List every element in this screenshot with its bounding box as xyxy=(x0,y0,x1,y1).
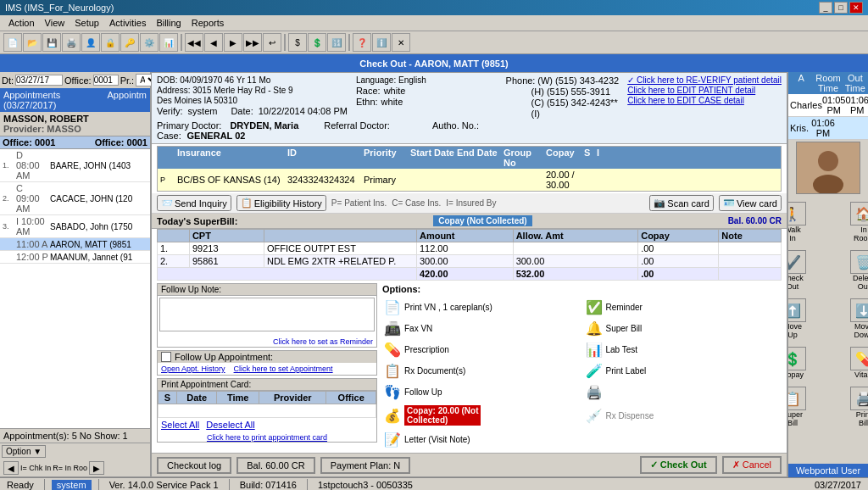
select-all-link[interactable]: Select All xyxy=(161,420,199,430)
appt-item-4[interactable]: 12:00 P MAANUM, Jannet (91 xyxy=(0,251,150,264)
dt-input[interactable] xyxy=(15,75,63,86)
room-header: A Room Time Out Time xyxy=(788,72,868,94)
cpt-row-1[interactable]: 2. 95861 NDL EMG 2XTR +RELATED P. 300.00… xyxy=(158,255,782,268)
send-inquiry-btn[interactable]: 📨 Send Inquiry xyxy=(157,195,231,211)
careplan-added-btn[interactable]: ✅ Reminder xyxy=(582,298,782,317)
tb-btn5[interactable]: 👤 xyxy=(81,33,100,52)
appt-item-3[interactable]: 11:00 A AARON, MATT (9851 xyxy=(0,238,150,251)
tb-btn9[interactable]: 📊 xyxy=(159,33,178,52)
reminder-link[interactable]: Click here to set as Reminder xyxy=(158,337,376,347)
tb-info[interactable]: ℹ️ xyxy=(372,33,391,52)
menu-reports[interactable]: Reports xyxy=(186,16,230,30)
tb-dollar[interactable]: $ xyxy=(288,33,307,52)
minimize-btn[interactable]: _ xyxy=(819,2,832,14)
print-vn-btn[interactable]: 📄 Print VN , 1 careplan(s) xyxy=(381,298,581,317)
menu-bar: Action View Setup Activities Billing Rep… xyxy=(0,15,868,31)
followup-checkbox[interactable] xyxy=(161,352,171,362)
tb-btn6[interactable]: 🔒 xyxy=(101,33,120,52)
menu-activities[interactable]: Activities xyxy=(104,16,151,30)
cpt-table: CPT Amount Allow. Amt Copay Note 1. 9921… xyxy=(157,229,782,281)
tb-nav5[interactable]: ↩ xyxy=(263,33,281,52)
open-btn[interactable]: 📂 xyxy=(23,33,42,52)
options-grid: 📄 Print VN , 1 careplan(s) ✅ Reminder 📠 … xyxy=(381,298,782,427)
walk-in-icon: 🚶 xyxy=(787,202,806,226)
nav-next[interactable]: ▶ xyxy=(89,461,104,475)
open-appt-history-link[interactable]: Open Appt. History xyxy=(161,365,225,373)
check-out-btn[interactable]: ✓ Check Out xyxy=(640,456,717,474)
follow-up-note-box: Follow Up Note: Click here to set as Rem… xyxy=(157,283,377,348)
edit-case-link[interactable]: Click here to EDIT CASE detail xyxy=(627,96,782,105)
move-down-btn[interactable]: ⬇️ MoveDown xyxy=(830,296,868,342)
left-bottom: Follow Up Note: Click here to set as Rem… xyxy=(157,283,377,450)
tb-nav2[interactable]: ◀ xyxy=(204,33,223,52)
view-card-btn[interactable]: 🪪 View card xyxy=(719,195,782,211)
in-room-btn[interactable]: 🏠 InRoom xyxy=(830,199,868,245)
balance-btn[interactable]: Bal. 60.00 CR xyxy=(236,457,314,474)
save-btn[interactable]: 💾 xyxy=(42,33,61,52)
move-up-btn[interactable]: ⬆️ MoveUp xyxy=(787,296,826,342)
scan-card-btn[interactable]: 📷 Scan card xyxy=(649,195,714,211)
appt-item-2[interactable]: 3. I 10:00 AM SABADO, John (1750 xyxy=(0,215,150,238)
print-btn[interactable]: 🖨️ xyxy=(62,33,81,52)
insurance-row-0[interactable]: P BC/BS OF KANSAS (14) 3243324324324 Pri… xyxy=(158,169,781,191)
menu-setup[interactable]: Setup xyxy=(70,16,104,30)
close-btn[interactable]: ✕ xyxy=(849,2,863,14)
reminder-btn[interactable]: 🔔 Super Bill xyxy=(582,319,782,338)
checkout-log-btn[interactable]: Checkout log xyxy=(157,457,231,474)
option-btn[interactable]: Option ▼ xyxy=(2,445,46,458)
follow-up-btn[interactable]: 👣 Follow Up xyxy=(381,382,581,402)
copay-side-btn[interactable]: 💲 Copay xyxy=(787,344,826,381)
super-bill-btn[interactable]: 📊 Lab Test xyxy=(582,340,782,359)
follow-up-appt-box: Follow Up Appointment: Open Appt. Histor… xyxy=(157,350,377,376)
maximize-btn[interactable]: □ xyxy=(834,2,848,14)
delete-out-btn[interactable]: 🗑️ DeleteOut xyxy=(830,248,868,293)
tb-nav4[interactable]: ▶▶ xyxy=(243,33,262,52)
fax-vn-btn[interactable]: 📠 Fax VN xyxy=(381,319,581,338)
menu-billing[interactable]: Billing xyxy=(151,16,186,30)
copay-btn[interactable]: 💰 Copay: 20.00 (NotCollected) xyxy=(381,404,581,427)
follow-up-note-input[interactable] xyxy=(159,298,375,331)
room-row-0[interactable]: Charles 01:05 PM 01:06 PM xyxy=(788,94,868,117)
set-appt-link[interactable]: Click here to set Appointment xyxy=(234,365,333,373)
prescription-btn[interactable]: 💊 Prescription xyxy=(381,340,581,359)
tb-help[interactable]: ❓ xyxy=(353,33,371,52)
lab-test-icon: 🧪 xyxy=(586,363,603,379)
edit-patient-link[interactable]: Click here to EDIT PATIENT detail xyxy=(627,86,782,95)
cancel-btn[interactable]: ✗ Cancel xyxy=(722,456,782,474)
reverify-link[interactable]: ✓ Click here to RE-VERIFY patient detail xyxy=(627,75,782,85)
vitals-btn[interactable]: 💊 Vitals xyxy=(830,344,868,381)
payment-plan-btn[interactable]: Payment Plan: N xyxy=(320,457,411,474)
appt-item-1[interactable]: 2. C 09:00 AM CACACE, JOHN (120 xyxy=(0,182,150,215)
print-appt-card-link[interactable]: Click here to print appointment card xyxy=(203,432,331,443)
letter-btn[interactable]: 📝 Letter (Visit Note) xyxy=(381,430,782,449)
rx-docs-btn[interactable]: 📋 Rx Document(s) xyxy=(381,361,581,381)
office-input[interactable] xyxy=(93,75,119,86)
cpt-row-0[interactable]: 1. 99213 OFFICE OUTPT EST 112.00 .00 xyxy=(158,242,782,255)
lab-test-btn[interactable]: 🧪 Print Label xyxy=(582,361,782,381)
prescription-icon: 💊 xyxy=(384,342,401,358)
menu-view[interactable]: View xyxy=(40,16,70,30)
tb-close[interactable]: ✕ xyxy=(392,33,410,52)
eligibility-history-btn[interactable]: 📋 Eligibility History xyxy=(236,195,326,211)
nav-prev[interactable]: ◀ xyxy=(3,461,19,475)
super-bill-side-btn[interactable]: 📋 SuperBill xyxy=(787,384,826,430)
menu-action[interactable]: Action xyxy=(3,16,40,30)
reminder-icon: 🔔 xyxy=(586,320,603,337)
tb-btn7[interactable]: 🔑 xyxy=(120,33,139,52)
rx-dispense-btn[interactable]: 💉 Rx Dispense xyxy=(582,404,782,427)
appt-item-0[interactable]: 1. D 08:00 AM BAARE, JOHN (1403 xyxy=(0,149,150,182)
tb-nav1[interactable]: ◀◀ xyxy=(185,33,203,52)
tb-nav3[interactable]: ▶ xyxy=(224,33,242,52)
tb-btn8[interactable]: ⚙️ xyxy=(140,33,159,52)
print-bill-btn[interactable]: 🖨️ PrintBill xyxy=(830,384,868,430)
check-out-side-btn[interactable]: ✔️ CheckOut xyxy=(787,248,826,293)
patient-photo xyxy=(796,142,860,194)
tb-calc[interactable]: 🔢 xyxy=(327,33,346,52)
print-label-btn[interactable]: 🖨️ xyxy=(582,382,782,402)
room-row-1[interactable]: Kris. 01:06 PM xyxy=(788,117,868,140)
tb-dollar2[interactable]: 💲 xyxy=(308,33,326,52)
deselect-all-link[interactable]: Deselect All xyxy=(206,420,254,430)
new-btn[interactable]: 📄 xyxy=(3,33,22,52)
dob: DOB: 04/09/1970 46 Yr 11 Mo xyxy=(157,75,348,85)
walk-in-btn[interactable]: 🚶 WalkIn xyxy=(787,199,826,245)
